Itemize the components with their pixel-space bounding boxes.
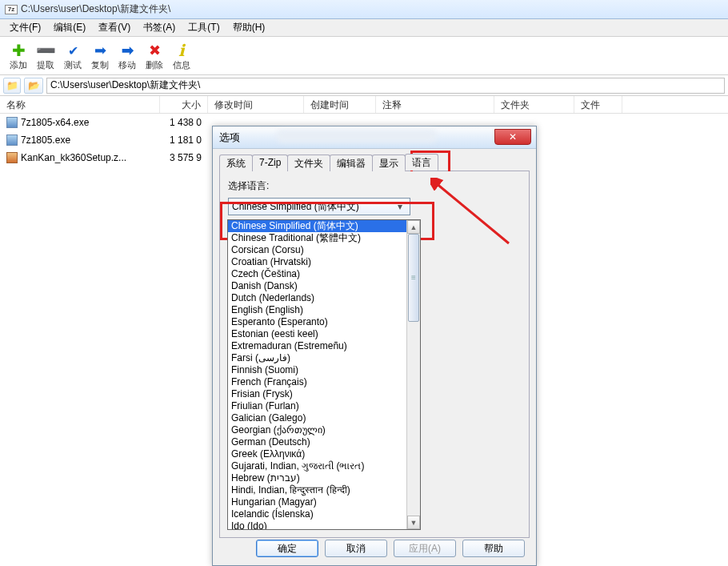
- language-option[interactable]: Esperanto (Esperanto): [228, 316, 406, 328]
- col-name[interactable]: 名称: [0, 96, 160, 113]
- dialog-title: 选项: [219, 130, 240, 145]
- menu-tools[interactable]: 工具(T): [182, 19, 226, 36]
- language-option[interactable]: Farsi (فارسی): [228, 352, 406, 364]
- menu-help[interactable]: 帮助(H): [226, 19, 272, 36]
- tab-system[interactable]: 系统: [219, 155, 253, 171]
- language-combo[interactable]: Chinese Simplified (简体中文) ▾: [228, 198, 410, 215]
- language-option[interactable]: Hebrew (עברית): [228, 472, 406, 484]
- scroll-down-icon[interactable]: ▼: [407, 516, 420, 529]
- scroll-track[interactable]: [407, 234, 420, 516]
- menu-bookmarks[interactable]: 书签(A): [137, 19, 182, 36]
- language-option[interactable]: Greek (Ελληνικά): [228, 448, 406, 460]
- folder-up-icon: 📁: [6, 80, 18, 91]
- list-header: 名称 大小 修改时间 创建时间 注释 文件夹 文件: [0, 96, 728, 114]
- file-size: 1 438 0: [160, 117, 208, 128]
- folder-icon: 📂: [28, 80, 40, 91]
- file-name: 7z1805.exe: [21, 134, 70, 146]
- add-button[interactable]: 添加: [5, 42, 32, 71]
- language-option[interactable]: Hungarian (Magyar): [228, 496, 406, 508]
- language-option[interactable]: English (English): [228, 304, 406, 316]
- app-icon: 7z: [5, 5, 18, 14]
- language-option[interactable]: Georgian (ქართული): [228, 424, 406, 436]
- file-icon: [6, 117, 18, 128]
- file-name: KanKan_kk360Setup.z...: [21, 152, 126, 163]
- close-button[interactable]: ✕: [494, 129, 531, 145]
- test-icon: [63, 42, 82, 59]
- col-size[interactable]: 大小: [160, 96, 208, 113]
- menu-edit[interactable]: 编辑(E): [47, 19, 92, 36]
- language-dropdown: Chinese Simplified (简体中文)Chinese Traditi…: [227, 219, 421, 530]
- language-option[interactable]: Corsican (Corsu): [228, 244, 406, 256]
- file-name: 7z1805-x64.exe: [21, 117, 89, 128]
- tab-7zip[interactable]: 7-Zip: [252, 155, 288, 171]
- language-option[interactable]: Frisian (Frysk): [228, 388, 406, 400]
- language-option[interactable]: German (Deutsch): [228, 436, 406, 448]
- language-option[interactable]: Czech (Čeština): [228, 268, 406, 280]
- up-button[interactable]: 📁: [3, 78, 21, 94]
- language-option[interactable]: Galician (Galego): [228, 412, 406, 424]
- info-button[interactable]: 信息: [168, 42, 195, 71]
- toolbar: 添加 提取 测试 复制 移动 删除 信息: [0, 37, 728, 75]
- svg-line-0: [435, 183, 509, 243]
- copy-button[interactable]: 复制: [86, 42, 114, 71]
- language-option[interactable]: Chinese Simplified (简体中文): [228, 220, 406, 232]
- language-option[interactable]: Dutch (Nederlands): [228, 292, 406, 304]
- apply-button[interactable]: 应用(A): [394, 540, 456, 557]
- path-bar: 📁 📂 C:\Users\user\Desktop\新建文件夹\: [0, 75, 728, 96]
- chevron-down-icon: ▾: [394, 201, 406, 212]
- cancel-button[interactable]: 取消: [325, 540, 387, 557]
- tab-editor[interactable]: 编辑器: [330, 155, 373, 171]
- language-option[interactable]: Ido (Ido): [228, 520, 406, 529]
- dialog-title-bar[interactable]: 选项 ✕: [213, 126, 536, 149]
- col-ctime[interactable]: 创建时间: [304, 96, 376, 113]
- window-title: C:\Users\user\Desktop\新建文件夹\: [21, 2, 170, 16]
- language-option[interactable]: Chinese Traditional (繁體中文): [228, 232, 406, 244]
- close-icon: ✕: [509, 131, 517, 143]
- help-button[interactable]: 帮助: [462, 540, 525, 557]
- language-option[interactable]: Croatian (Hrvatski): [228, 256, 406, 268]
- move-button[interactable]: 移动: [114, 42, 141, 71]
- tab-folder[interactable]: 文件夹: [287, 155, 330, 171]
- col-file[interactable]: 文件: [574, 96, 622, 113]
- language-option[interactable]: Extremaduran (Estremeñu): [228, 340, 406, 352]
- delete-icon: [145, 42, 164, 59]
- file-size: 3 575 9: [160, 152, 208, 163]
- extract-icon: [36, 42, 55, 59]
- language-option[interactable]: Hindi, Indian, हिन्दुस्तान (हिन्दी): [228, 484, 406, 496]
- copy-icon: [90, 42, 110, 59]
- col-comment[interactable]: 注释: [376, 96, 494, 113]
- language-option[interactable]: Estonian (eesti keel): [228, 328, 406, 340]
- col-mtime[interactable]: 修改时间: [208, 96, 304, 113]
- combo-value: Chinese Simplified (简体中文): [232, 200, 359, 214]
- col-folder[interactable]: 文件夹: [494, 96, 574, 113]
- path-field[interactable]: C:\Users\user\Desktop\新建文件夹\: [46, 78, 725, 94]
- folder-button[interactable]: 📂: [24, 78, 43, 94]
- file-icon: [6, 152, 18, 163]
- annotation-arrow: [430, 178, 518, 250]
- delete-button[interactable]: 删除: [141, 42, 168, 71]
- menu-bar: 文件(F) 编辑(E) 查看(V) 书签(A) 工具(T) 帮助(H): [0, 19, 728, 37]
- language-option[interactable]: French (Français): [228, 376, 406, 388]
- ok-button[interactable]: 确定: [256, 540, 318, 557]
- tab-language[interactable]: 语言: [405, 154, 438, 171]
- language-option[interactable]: Icelandic (Íslenska): [228, 508, 406, 520]
- scroll-up-icon[interactable]: ▲: [407, 220, 420, 234]
- language-option[interactable]: Gujarati, Indian, ગુજરાતી (ભારત): [228, 460, 406, 472]
- info-icon: [172, 42, 191, 59]
- file-size: 1 181 0: [160, 134, 208, 146]
- dialog-buttons: 确定 取消 应用(A) 帮助: [256, 540, 525, 557]
- menu-file[interactable]: 文件(F): [3, 19, 47, 36]
- test-button[interactable]: 测试: [59, 42, 86, 71]
- add-icon: [9, 42, 28, 59]
- extract-button[interactable]: 提取: [32, 42, 59, 71]
- tab-strip: 系统 7-Zip 文件夹 编辑器 显示 语言: [219, 154, 530, 171]
- file-icon: [6, 134, 18, 146]
- move-icon: [118, 42, 137, 59]
- scroll-thumb[interactable]: [408, 234, 419, 322]
- language-option[interactable]: Finnish (Suomi): [228, 364, 406, 376]
- language-option[interactable]: Danish (Dansk): [228, 280, 406, 292]
- language-option[interactable]: Friulian (Furlan): [228, 400, 406, 412]
- tab-display[interactable]: 显示: [372, 155, 406, 171]
- dropdown-scrollbar[interactable]: ▲ ▼: [406, 220, 420, 529]
- menu-view[interactable]: 查看(V): [92, 19, 137, 36]
